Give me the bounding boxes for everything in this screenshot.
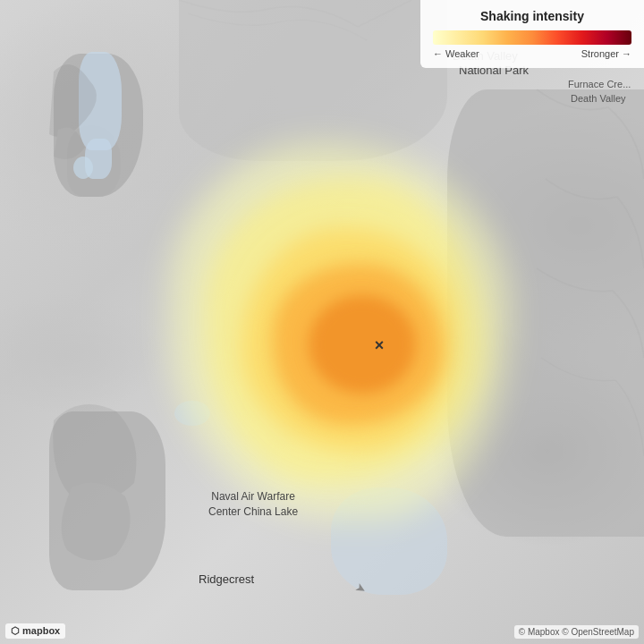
map-attribution: © Mapbox © OpenStreetMap — [514, 625, 639, 639]
map-container: Death Valley National Park Furnace Cre..… — [0, 0, 644, 644]
epicenter-marker — [374, 340, 385, 351]
legend-labels: ← Weaker Stronger → — [433, 48, 631, 59]
mountain-range-top — [179, 0, 447, 161]
mountain-range-left-3 — [49, 411, 165, 590]
mapbox-logo: ⬡ mapbox — [5, 623, 65, 639]
legend-stronger-label: Stronger → — [581, 48, 631, 59]
water-body-3 — [73, 157, 93, 179]
shake-intensity-core — [309, 295, 416, 394]
legend-gradient — [433, 30, 631, 45]
legend-title: Shaking intensity — [433, 9, 631, 23]
water-body-1 — [79, 52, 122, 150]
legend-weaker-label: ← Weaker — [433, 48, 479, 59]
legend-panel: Shaking intensity ← Weaker Stronger → — [420, 0, 644, 68]
